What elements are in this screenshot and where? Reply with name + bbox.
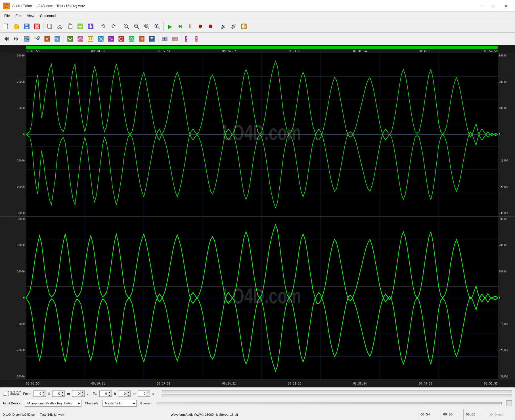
open-button[interactable] [12,22,21,31]
vol-up-button[interactable]: 🔊 [229,22,238,31]
menu-view[interactable]: View [24,13,37,19]
to-h-field: ▲ ▼ [99,390,112,397]
zoom-out-button[interactable] [132,22,141,31]
to-s-input[interactable] [138,391,146,396]
time-ruler-bottom: 00:03.50 00:10.51 00:17.51 00:24.52 00:3… [0,379,515,387]
mix-button[interactable] [76,22,85,31]
ch2-label-10k: 10000 [1,270,25,273]
meter-left[interactable] [183,34,192,44]
from-m-label: m [67,392,70,395]
filter-btn9[interactable] [147,34,157,44]
channel-1-canvas[interactable]: LO4D.com [26,53,498,216]
zoom-fit-button[interactable]: H [142,22,152,31]
close-button[interactable]: ✕ [501,2,512,10]
watermark-ch2: LO4D.com [223,284,301,308]
to-s-up[interactable]: ▲ [146,391,150,394]
filter-btn4[interactable] [96,34,106,44]
ch1-label-30k: 30000 [1,54,25,57]
input-device-select[interactable]: Microphone (Realtek High Defin [25,400,81,407]
scrollbar-indicator[interactable] [26,46,498,49]
select-label[interactable]: Select [8,391,21,396]
channel-2-canvas[interactable]: LO4D.com [26,217,498,379]
meter-right[interactable] [193,34,203,44]
delete-button[interactable] [32,22,42,31]
filter-btn6[interactable] [116,34,126,44]
ch-mix-l[interactable] [160,34,169,44]
ch1-r-20k: 20000 [499,81,514,83]
filter-btn8[interactable]: Fx [137,34,146,44]
ch2-label-30k: 30000 [1,218,25,220]
svg-rect-61 [78,36,83,41]
ch1-r-0: 0 [499,133,514,136]
progress-bar-2 [162,394,512,397]
vol-down-button[interactable]: 🔉 [219,22,228,31]
ch2-label-20k: 20000 [1,244,25,247]
from-h-up[interactable]: ▲ [42,391,46,394]
maximize-button[interactable]: □ [488,2,499,10]
pause-button[interactable]: ⏸ [185,22,195,31]
to-s-down[interactable]: ▼ [146,394,150,396]
watermark-ch1: LO4D.com [223,120,301,144]
zoom-in-button[interactable] [122,22,131,31]
from-h-input[interactable] [34,391,42,396]
play-loop-button[interactable] [175,22,185,31]
paste-button[interactable] [65,22,75,31]
ch2-r-10k: 10000 [499,270,514,273]
from-m-down[interactable]: ▼ [60,394,64,396]
to-s-spinner: ▲ ▼ [146,391,150,396]
to-m-up[interactable]: ▲ [126,391,130,394]
svg-rect-44 [243,24,244,28]
wave-select-btn[interactable] [22,34,32,44]
effects-add-btn[interactable] [42,34,52,44]
menu-file[interactable]: File [1,13,12,19]
filter-btn5[interactable] [106,34,116,44]
stop-button[interactable]: ⏹ [206,22,215,31]
effects-btn2[interactable]: fx [53,34,62,44]
svg-line-15 [60,24,61,27]
filter-btn7[interactable] [127,34,136,44]
menu-edit[interactable]: Edit [12,13,24,19]
cut-button[interactable] [55,22,65,31]
save-button[interactable] [22,22,32,31]
ch2-label-n10k: -10000 [1,323,25,326]
svg-text:Fx: Fx [140,37,143,41]
filter-btn1[interactable] [65,34,75,44]
ch-right-btn[interactable] [12,34,21,44]
status-watermark-text: LO4D.com [489,413,504,416]
svg-marker-51 [14,37,16,41]
wave-zoom-btn[interactable] [32,34,42,44]
record-button[interactable]: ⏺ [196,22,205,31]
filter-btn2[interactable] [76,34,85,44]
ch-left-btn[interactable] [1,34,11,44]
to-m-down[interactable]: ▼ [126,394,130,396]
from-s-input[interactable] [72,391,80,396]
menu-command[interactable]: Command [37,13,58,19]
ch1-label-n10k: -10000 [1,159,25,162]
filter-btn3[interactable] [86,34,95,44]
config-button[interactable] [239,22,249,31]
ch-mix-r[interactable] [170,34,180,44]
copy-button[interactable] [45,22,55,31]
to-h-down[interactable]: ▼ [108,394,112,396]
to-h-up[interactable]: ▲ [108,391,112,394]
from-s-up[interactable]: ▲ [80,391,84,394]
channels-select[interactable]: Master Volu [102,400,137,407]
from-s-down[interactable]: ▼ [80,394,84,396]
normalize-button[interactable] [86,22,95,31]
redo-button[interactable] [109,22,118,31]
status-watermark: LO4D.com [486,409,515,420]
undo-button[interactable] [99,22,108,31]
from-h-down[interactable]: ▼ [42,394,46,396]
from-m-up[interactable]: ▲ [60,391,64,394]
from-m-input[interactable] [53,391,60,396]
select-checkbox[interactable] [3,392,7,396]
new-button[interactable] [1,22,11,31]
from-h-field: ▲ ▼ [34,390,46,397]
to-h-input[interactable] [100,391,108,396]
zoom-sel-button[interactable] [152,22,162,31]
volume-slider-track[interactable] [156,402,502,404]
ch2-label-n20k: -20000 [1,349,25,352]
play-button[interactable]: ▶ [165,22,175,31]
to-m-input[interactable] [118,391,126,396]
minimize-button[interactable]: ─ [476,2,487,10]
